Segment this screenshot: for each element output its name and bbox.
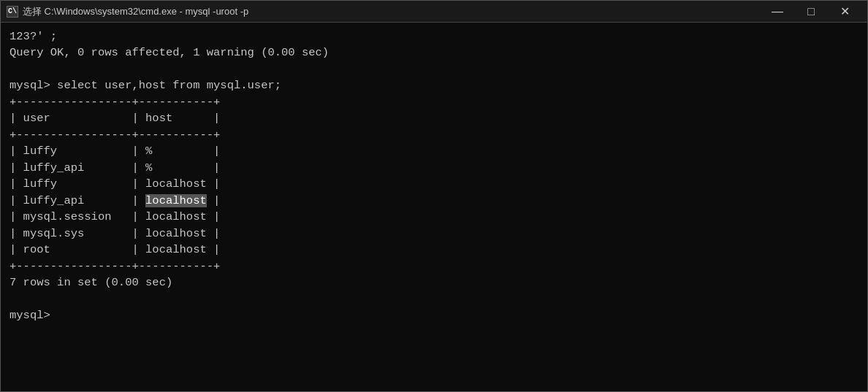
title-bar: C\ 选择 C:\Windows\system32\cmd.exe - mysq… xyxy=(1,1,867,23)
window-title: 选择 C:\Windows\system32\cmd.exe - mysql -… xyxy=(23,5,248,18)
table-rows: | luffy | % || luffy_api | % || luffy | … xyxy=(9,143,859,258)
separator-top: +-----------------+-----------+ xyxy=(9,94,859,110)
table-row: | root | localhost | xyxy=(9,242,859,258)
title-bar-controls: — □ ✕ xyxy=(761,1,861,23)
title-bar-left: C\ 选择 C:\Windows\system32\cmd.exe - mysq… xyxy=(7,5,248,18)
table-row: | mysql.sys | localhost | xyxy=(9,226,859,242)
table-row: | luffy | % | xyxy=(9,143,859,159)
output-line-3 xyxy=(9,61,859,77)
mysql-command: mysql> select user,host from mysql.user; xyxy=(9,77,859,93)
output-line-1: 123?' ; xyxy=(9,28,859,45)
mysql-prompt: mysql> xyxy=(9,307,859,323)
minimize-button[interactable]: — xyxy=(761,1,794,23)
terminal-window: C\ 选择 C:\Windows\system32\cmd.exe - mysq… xyxy=(0,0,868,392)
close-button[interactable]: ✕ xyxy=(828,1,861,23)
output-line-2: Query OK, 0 rows affected, 1 warning (0.… xyxy=(9,45,859,61)
table-row: | mysql.session | localhost | xyxy=(9,209,859,225)
table-row: | luffy | localhost | xyxy=(9,176,859,192)
separator-bottom: +-----------------+-----------+ xyxy=(9,258,859,274)
table-header: | user | host | xyxy=(9,110,859,126)
header-user: user xyxy=(23,112,50,125)
table-row: | luffy_api | localhost | xyxy=(9,193,859,209)
header-host: host xyxy=(145,112,172,125)
table-row: | luffy_api | % | xyxy=(9,160,859,176)
terminal-body: 123?' ; Query OK, 0 rows affected, 1 war… xyxy=(1,23,867,391)
separator-header: +-----------------+-----------+ xyxy=(9,127,859,143)
maximize-button[interactable]: □ xyxy=(794,1,828,23)
empty-line xyxy=(9,291,859,307)
row-count: 7 rows in set (0.00 sec) xyxy=(9,274,859,291)
cmd-icon: C\ xyxy=(7,6,18,18)
